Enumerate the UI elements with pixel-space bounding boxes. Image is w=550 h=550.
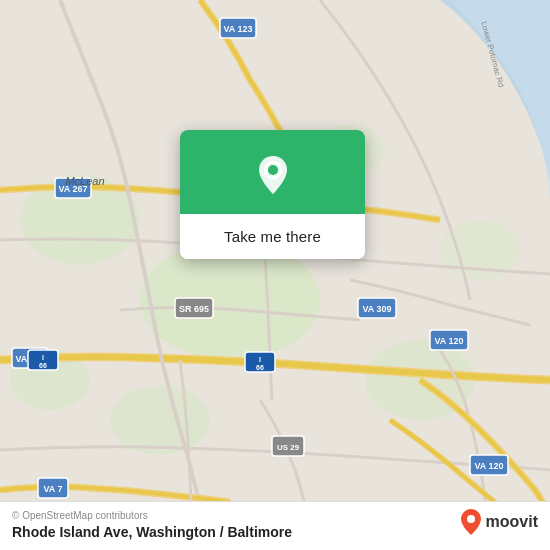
svg-text:I: I: [259, 356, 261, 363]
map-container: VA 123 VA 267 VA 267 SR 695 VA 309 I 66 …: [0, 0, 550, 550]
popup-green-area: [180, 130, 365, 214]
moovit-logo: moovit: [460, 508, 538, 536]
svg-point-4: [110, 385, 210, 455]
svg-text:66: 66: [39, 362, 47, 369]
svg-point-34: [268, 165, 278, 175]
popup-card: Take me there: [180, 130, 365, 259]
svg-text:SR 695: SR 695: [179, 304, 209, 314]
svg-text:VA 120: VA 120: [474, 461, 503, 471]
svg-point-36: [467, 515, 475, 523]
svg-text:VA 309: VA 309: [362, 304, 391, 314]
svg-text:VA 123: VA 123: [223, 24, 252, 34]
svg-text:I: I: [42, 354, 44, 361]
moovit-text: moovit: [486, 513, 538, 531]
svg-text:VA 7: VA 7: [43, 484, 62, 494]
svg-text:US 29: US 29: [277, 443, 300, 452]
svg-text:66: 66: [256, 364, 264, 371]
bottom-bar: © OpenStreetMap contributors Rhode Islan…: [0, 501, 550, 550]
moovit-pin-icon: [460, 508, 482, 536]
svg-text:VA 120: VA 120: [434, 336, 463, 346]
take-me-there-button[interactable]: Take me there: [180, 214, 365, 259]
location-pin-icon: [251, 152, 295, 196]
svg-text:McLean: McLean: [65, 175, 104, 187]
map-svg: VA 123 VA 267 VA 267 SR 695 VA 309 I 66 …: [0, 0, 550, 550]
